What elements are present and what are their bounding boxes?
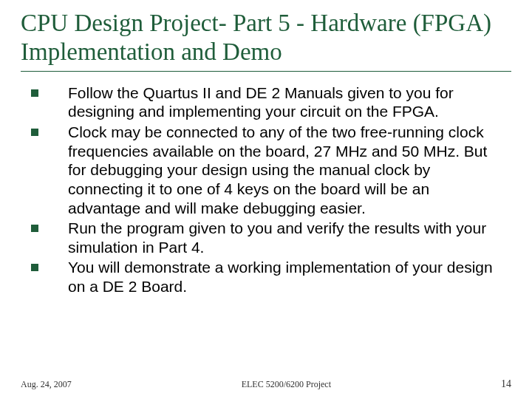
bullet-icon [31, 129, 38, 136]
footer-course: ELEC 5200/6200 Project [72, 379, 501, 390]
list-item: Follow the Quartus II and DE 2 Manuals g… [22, 83, 504, 121]
bullet-text: You will demonstrate a working implement… [68, 258, 504, 296]
list-item: Run the program given to you and verify … [22, 219, 504, 256]
bullet-icon [31, 89, 38, 97]
bullet-list: Follow the Quartus II and DE 2 Manuals g… [21, 83, 511, 296]
bullet-text: Clock may be connected to any of the two… [68, 123, 504, 217]
slide-footer: Aug. 24, 2007 ELEC 5200/6200 Project 14 [0, 378, 532, 390]
bullet-icon [31, 264, 38, 271]
bullet-icon [31, 225, 38, 232]
footer-page-number: 14 [501, 378, 511, 390]
bullet-text: Run the program given to you and verify … [68, 219, 504, 256]
list-item: Clock may be connected to any of the two… [22, 123, 504, 217]
footer-date: Aug. 24, 2007 [21, 379, 72, 390]
bullet-text: Follow the Quartus II and DE 2 Manuals g… [68, 83, 504, 121]
list-item: You will demonstrate a working implement… [22, 258, 504, 296]
slide-title: CPU Design Project- Part 5 - Hardware (F… [21, 9, 511, 72]
